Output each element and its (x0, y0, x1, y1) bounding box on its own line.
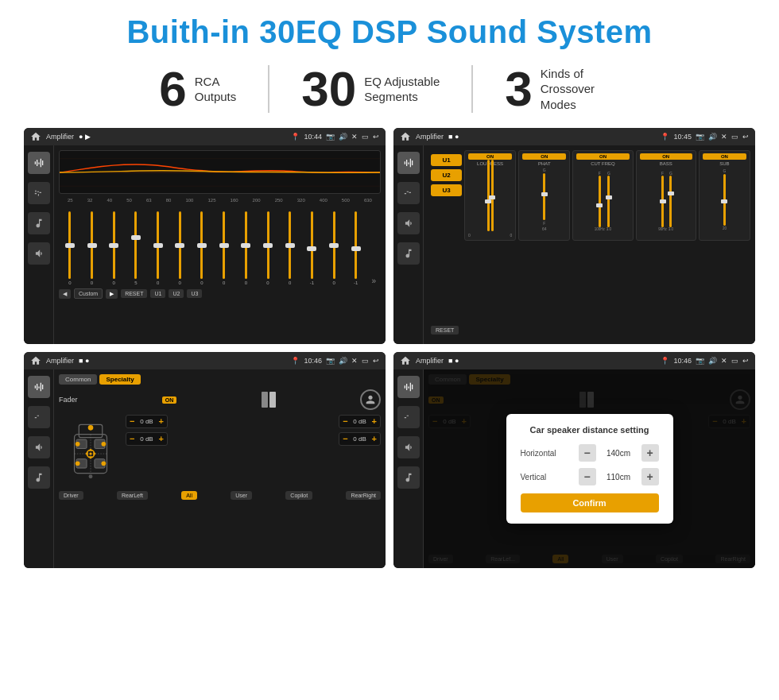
seat-user-btn[interactable]: User (231, 491, 252, 500)
dialog-vertical-value: 110cm (601, 473, 637, 481)
distance-sb-1[interactable] (397, 376, 420, 398)
eq-prev-btn[interactable]: ◀ (59, 289, 71, 299)
stat-eq: 30 EQ AdjustableSegments (269, 64, 471, 114)
eq-sidebar-btn-3[interactable] (28, 212, 50, 234)
screen-eq: Amplifier ● ▶ 📍 10:44 📷 🔊 ✕ ▭ ↩ (24, 128, 386, 344)
preset-u3-btn[interactable]: U3 (431, 184, 462, 196)
preset-u2-btn[interactable]: U2 (431, 169, 462, 181)
dialog-vertical-plus[interactable]: + (641, 468, 659, 485)
crossover-sb-4[interactable] (397, 242, 420, 265)
eq-rect-icon: ▭ (362, 133, 369, 141)
eq-camera-icon: 📷 (326, 133, 335, 141)
dialog-confirm-btn[interactable]: Confirm (521, 493, 659, 512)
fader-sb-3[interactable] (28, 436, 50, 458)
crossover-status-right: 📍 10:45 📷 🔊 ✕ ▭ ↩ (661, 133, 749, 141)
fader-vol-icon: 🔊 (339, 357, 347, 365)
status-bar-eq: Amplifier ● ▶ 📍 10:44 📷 🔊 ✕ ▭ ↩ (24, 128, 386, 145)
eq-play-btn[interactable]: ▶ (106, 289, 118, 299)
phat-sliders: G F 64 (522, 168, 566, 231)
distance-dialog: Car speaker distance setting Horizontal … (506, 414, 673, 524)
db-plus-br[interactable]: + (372, 435, 377, 443)
eq-freq-labels: 253240506380100125160200250320400500630 (59, 198, 381, 203)
seat-rearleft-btn[interactable]: RearLeft (117, 491, 148, 500)
crossover-status-left: Amplifier ■ ● (400, 131, 459, 142)
db-control-topleft: − 0 dB + (126, 415, 168, 428)
fader-s1 (262, 392, 268, 408)
stat-rca-number: 6 (159, 64, 186, 114)
distance-sidebar (393, 369, 424, 568)
dialog-vertical-minus[interactable]: − (579, 468, 596, 485)
distance-sb-2[interactable] (397, 406, 420, 428)
eq-main: 253240506380100125160200250320400500630 … (54, 145, 386, 344)
db-control-topright: − 0 dB + (339, 415, 381, 428)
seat-copilot-btn[interactable]: Copilot (285, 491, 312, 500)
db-minus-tr[interactable]: − (343, 417, 347, 426)
stat-rca-label: RCAOutputs (195, 74, 237, 105)
eq-volume-icon: 🔊 (339, 133, 347, 141)
db-minus-br[interactable]: − (343, 435, 347, 443)
fader-tab-specialty[interactable]: Specialty (99, 374, 140, 385)
db-plus-tl[interactable]: + (158, 417, 163, 426)
eq-sidebar-btn-4[interactable] (28, 242, 50, 265)
crossover-sb-3[interactable] (397, 212, 420, 234)
eq-reset-btn[interactable]: RESET (121, 289, 147, 298)
fader-s2 (269, 392, 276, 408)
eq-time: 10:44 (304, 133, 322, 141)
fader-sb-1[interactable] (28, 376, 50, 398)
stat-eq-label: EQ AdjustableSegments (364, 74, 440, 105)
db-val-tl: 0 dB (137, 418, 156, 425)
crossover-vol-icon: 🔊 (708, 133, 717, 141)
crossover-reset-btn[interactable]: RESET (431, 326, 459, 335)
fader-main: Common Specialty Fader ON (54, 369, 386, 568)
dialog-title: Car speaker distance setting (521, 425, 659, 435)
crossover-sb-2[interactable] (397, 182, 420, 204)
eq-u2-btn[interactable]: U2 (169, 289, 184, 298)
fader-sb-4[interactable] (28, 466, 50, 489)
eq-sidebar-btn-1[interactable] (28, 152, 50, 174)
crossover-cam-icon: 📷 (696, 133, 704, 141)
fader-tabs: Common Specialty (59, 374, 381, 385)
dialog-horizontal-minus[interactable]: − (579, 444, 596, 462)
phat-title: PHAT (522, 161, 566, 166)
db-plus-bl[interactable]: + (158, 435, 163, 443)
crossover-x-icon: ✕ (721, 133, 727, 141)
seat-driver-btn[interactable]: Driver (59, 491, 83, 500)
crossover-presets: U1 U2 U3 RESET (428, 150, 464, 339)
db-minus-tl[interactable]: − (130, 417, 134, 426)
eq-slider-11: -1 (305, 211, 318, 285)
status-bar-crossover: Amplifier ■ ● 📍 10:45 📷 🔊 ✕ ▭ ↩ (393, 128, 755, 145)
distance-sb-3[interactable] (397, 436, 420, 458)
fader-person-icon (360, 389, 381, 410)
sub-on: ON (703, 153, 746, 160)
distance-app-title: Amplifier (416, 357, 444, 365)
db-val-tr: 0 dB (351, 418, 370, 425)
db-plus-tr[interactable]: + (372, 417, 377, 426)
dialog-horizontal-plus[interactable]: + (641, 444, 659, 462)
svg-point-11 (88, 425, 94, 431)
crossover-controls: ON LOUDNESS 0 0 (464, 150, 750, 339)
preset-u1-btn[interactable]: U1 (431, 154, 462, 166)
fader-tab-common[interactable]: Common (59, 374, 97, 385)
svg-point-18 (89, 452, 91, 454)
home-icon-crossover (400, 131, 411, 142)
db-minus-bl[interactable]: − (130, 435, 134, 443)
status-bar-distance: Amplifier ■ ● 📍 10:46 📷 🔊 ✕ ▭ ↩ (393, 352, 755, 369)
eq-u3-btn[interactable]: U3 (187, 289, 202, 298)
seat-all-btn[interactable]: All (181, 491, 197, 500)
status-bar-right-eq: 📍 10:44 📷 🔊 ✕ ▭ ↩ (291, 133, 379, 141)
eq-sliders-row: 0 0 0 5 (59, 206, 381, 285)
eq-sidebar (24, 145, 54, 344)
fader-label: Fader (59, 396, 78, 404)
phat-on: ON (522, 153, 566, 160)
eq-slider-3: 5 (130, 211, 142, 285)
eq-sidebar-btn-2[interactable] (28, 182, 50, 204)
crossover-sb-1[interactable] (397, 152, 420, 174)
eq-u1-btn[interactable]: U1 (150, 289, 165, 298)
seat-rearright-btn[interactable]: RearRight (346, 491, 381, 500)
svg-point-14 (76, 462, 80, 466)
fader-sb-2[interactable] (28, 406, 50, 428)
fader-sliders-mini (262, 392, 276, 408)
right-db-col: − 0 dB + − 0 dB + (317, 415, 381, 446)
distance-sb-4[interactable] (397, 466, 420, 489)
screens-grid: Amplifier ● ▶ 📍 10:44 📷 🔊 ✕ ▭ ↩ (24, 128, 755, 568)
